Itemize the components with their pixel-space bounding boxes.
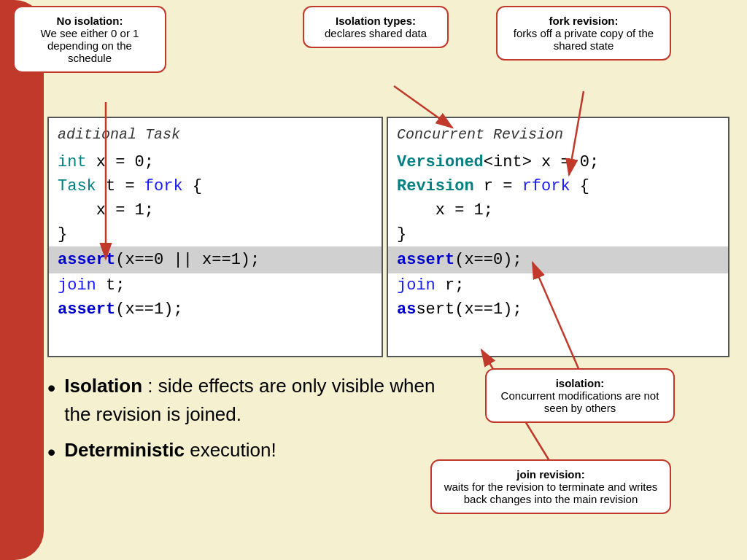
callout-no-isolation-title: No isolation:: [57, 15, 123, 27]
callout-isolation-bottom-body: Concurrent modifications are not seen by…: [501, 389, 659, 414]
left-panel-header: aditional Task: [58, 124, 373, 146]
callout-isolation-types-body: declares shared data: [325, 27, 427, 39]
code-line-3: x = 1;: [58, 198, 373, 222]
bullet-deterministic-rest: execution!: [190, 439, 276, 461]
bullet-isolation-bold: Isolation: [64, 375, 142, 397]
code-line-6: join t;: [58, 273, 373, 298]
right-code-line-4: }: [397, 222, 719, 246]
right-assert-row: assert(x==0);: [388, 246, 728, 273]
bullet-deterministic-bold: Deterministic: [64, 439, 185, 461]
bullet-deterministic: Deterministic execution!: [47, 436, 463, 470]
code-line-4: }: [58, 222, 373, 246]
right-code-line-1: Versioned<int> x = 0;: [397, 150, 719, 174]
right-panel-header: Concurrent Revision: [397, 124, 719, 146]
callout-isolation-types: Isolation types: declares shared data: [303, 6, 449, 48]
bullet-isolation: Isolation : side effects are only visibl…: [47, 372, 463, 429]
callout-fork-revision-body: forks off a private copy of the shared s…: [514, 27, 654, 52]
callout-no-isolation: No isolation: We see either 0 or 1 depen…: [13, 6, 166, 73]
code-line-1: int x = 0;: [58, 150, 373, 174]
callout-isolation-types-title: Isolation types:: [336, 15, 416, 27]
callout-join-revision-body: waits for the revision to terminate and …: [444, 481, 658, 505]
right-code-line-3: x = 1;: [397, 198, 719, 222]
right-code-panel: Concurrent Revision Versioned<int> x = 0…: [387, 117, 729, 357]
code-line-7: assert(x==1);: [58, 298, 373, 322]
left-assert-row: assert(x==0 || x==1);: [49, 246, 382, 273]
right-code-line-6: join r;: [397, 273, 719, 298]
callout-fork-revision-title: fork revision:: [549, 15, 618, 27]
callout-fork-revision: fork revision: forks off a private copy …: [496, 6, 671, 61]
bullets-section: Isolation : side effects are only visibl…: [47, 372, 463, 477]
callout-no-isolation-body: We see either 0 or 1 depending on the sc…: [41, 27, 139, 64]
callout-isolation-bottom: isolation: Concurrent modifications are …: [485, 368, 675, 423]
code-line-2: Task t = fork {: [58, 174, 373, 198]
right-code-line-7: assert(x==1);: [397, 298, 719, 322]
callout-isolation-bottom-title: isolation:: [556, 377, 605, 389]
left-border: [0, 0, 44, 560]
left-code-panel: aditional Task int x = 0; Task t = fork …: [47, 117, 383, 357]
callout-join-revision-title: join revision:: [516, 468, 584, 481]
callout-join-revision: join revision: waits for the revision to…: [430, 459, 671, 514]
right-code-line-2: Revision r = rfork {: [397, 174, 719, 198]
